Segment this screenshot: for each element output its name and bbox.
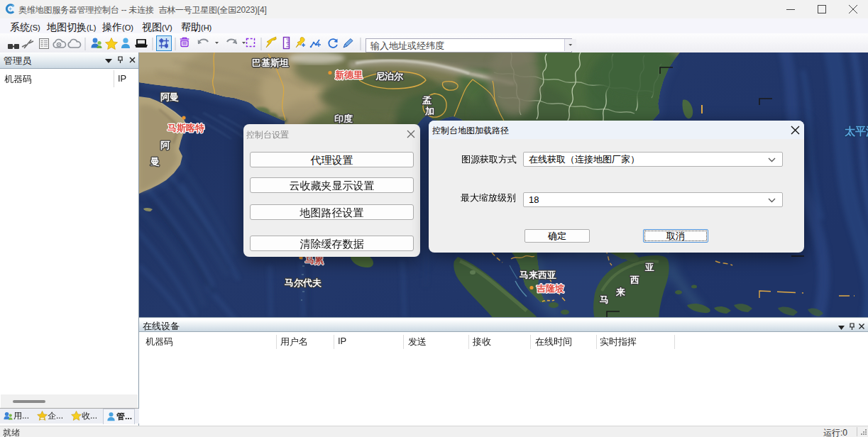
svg-text:孟: 孟 bbox=[422, 95, 432, 106]
svg-text:曼: 曼 bbox=[150, 156, 160, 167]
svg-text:太平洋: 太平洋 bbox=[844, 125, 868, 137]
svg-text:尼泊尔: 尼泊尔 bbox=[375, 71, 404, 82]
svg-text:阿曼: 阿曼 bbox=[160, 92, 179, 102]
svg-text:吉隆坡: 吉隆坡 bbox=[537, 283, 565, 294]
svg-text:马来西亚: 马来西亚 bbox=[520, 270, 556, 280]
svg-text:印度: 印度 bbox=[334, 114, 353, 124]
svg-text:加: 加 bbox=[424, 106, 434, 116]
svg-text:阿: 阿 bbox=[160, 140, 170, 150]
svg-text:来: 来 bbox=[615, 287, 625, 297]
svg-text:亚: 亚 bbox=[644, 262, 654, 272]
svg-text:马: 马 bbox=[600, 294, 609, 305]
svg-text:新德里: 新德里 bbox=[334, 70, 363, 80]
svg-text:西: 西 bbox=[630, 275, 639, 285]
svg-text:马斯喀特: 马斯喀特 bbox=[167, 123, 204, 133]
svg-text:马尔代夫: 马尔代夫 bbox=[285, 277, 322, 288]
svg-text:巴基斯坦: 巴基斯坦 bbox=[252, 57, 289, 68]
